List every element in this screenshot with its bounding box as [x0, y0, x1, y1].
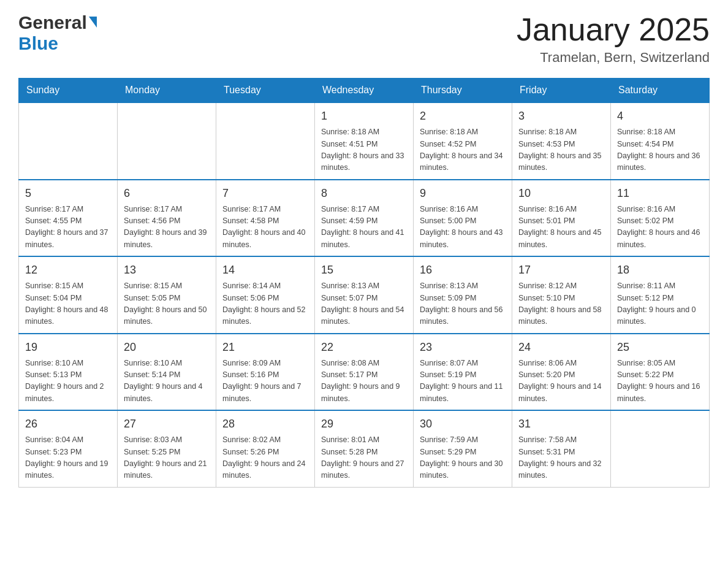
- day-number: 18: [617, 262, 703, 278]
- calendar-day-cell: 14Sunrise: 8:14 AM Sunset: 5:06 PM Dayli…: [216, 256, 315, 334]
- title-block: January 2025 Tramelan, Bern, Switzerland: [517, 12, 710, 66]
- day-number: 7: [222, 185, 308, 202]
- day-info: Sunrise: 8:13 AM Sunset: 5:09 PM Dayligh…: [420, 280, 506, 328]
- calendar-day-cell: 4Sunrise: 8:18 AM Sunset: 4:54 PM Daylig…: [611, 102, 710, 180]
- day-info: Sunrise: 7:59 AM Sunset: 5:29 PM Dayligh…: [420, 434, 506, 482]
- calendar-header-row: SundayMondayTuesdayWednesdayThursdayFrid…: [19, 79, 710, 103]
- day-info: Sunrise: 8:18 AM Sunset: 4:51 PM Dayligh…: [321, 126, 407, 174]
- day-info: Sunrise: 8:10 AM Sunset: 5:14 PM Dayligh…: [124, 358, 210, 405]
- calendar-day-cell: 13Sunrise: 8:15 AM Sunset: 5:05 PM Dayli…: [118, 256, 216, 334]
- calendar-day-cell: 7Sunrise: 8:17 AM Sunset: 4:58 PM Daylig…: [216, 180, 315, 257]
- calendar-day-header: Wednesday: [315, 79, 414, 103]
- day-number: 26: [25, 416, 111, 432]
- day-number: 22: [321, 339, 407, 356]
- day-info: Sunrise: 7:58 AM Sunset: 5:31 PM Dayligh…: [518, 434, 604, 482]
- calendar-day-cell: 1Sunrise: 8:18 AM Sunset: 4:51 PM Daylig…: [315, 102, 414, 180]
- day-info: Sunrise: 8:04 AM Sunset: 5:23 PM Dayligh…: [25, 434, 111, 482]
- day-number: 12: [25, 262, 111, 278]
- calendar-week-row: 12Sunrise: 8:15 AM Sunset: 5:04 PM Dayli…: [19, 256, 710, 334]
- calendar-week-row: 19Sunrise: 8:10 AM Sunset: 5:13 PM Dayli…: [19, 334, 710, 411]
- calendar-day-cell: 17Sunrise: 8:12 AM Sunset: 5:10 PM Dayli…: [512, 256, 611, 334]
- calendar-day-cell: 29Sunrise: 8:01 AM Sunset: 5:28 PM Dayli…: [315, 410, 414, 487]
- calendar-day-header: Thursday: [414, 79, 512, 103]
- day-info: Sunrise: 8:13 AM Sunset: 5:07 PM Dayligh…: [321, 280, 407, 328]
- day-number: 20: [124, 339, 210, 356]
- day-info: Sunrise: 8:17 AM Sunset: 4:59 PM Dayligh…: [321, 204, 407, 251]
- calendar-day-header: Sunday: [19, 79, 118, 103]
- calendar-day-cell: 27Sunrise: 8:03 AM Sunset: 5:25 PM Dayli…: [118, 410, 216, 487]
- day-number: 2: [420, 108, 506, 124]
- day-number: 8: [321, 185, 407, 202]
- calendar-day-header: Tuesday: [216, 79, 315, 103]
- calendar-day-cell: 21Sunrise: 8:09 AM Sunset: 5:16 PM Dayli…: [216, 334, 315, 411]
- logo: General Blue: [18, 12, 97, 54]
- calendar-day-cell: 6Sunrise: 8:17 AM Sunset: 4:56 PM Daylig…: [118, 180, 216, 257]
- calendar-day-header: Friday: [512, 79, 611, 103]
- day-info: Sunrise: 8:08 AM Sunset: 5:17 PM Dayligh…: [321, 358, 407, 405]
- day-number: 6: [124, 185, 210, 202]
- day-number: 16: [420, 262, 506, 278]
- day-number: 29: [321, 416, 407, 432]
- day-info: Sunrise: 8:16 AM Sunset: 5:00 PM Dayligh…: [420, 204, 506, 251]
- calendar-day-cell: [19, 102, 118, 180]
- calendar-day-cell: 10Sunrise: 8:16 AM Sunset: 5:01 PM Dayli…: [512, 180, 611, 257]
- logo-arrow-icon: [89, 17, 97, 28]
- calendar-day-cell: [118, 102, 216, 180]
- day-number: 21: [222, 339, 308, 356]
- calendar-day-cell: 15Sunrise: 8:13 AM Sunset: 5:07 PM Dayli…: [315, 256, 414, 334]
- calendar-day-cell: 2Sunrise: 8:18 AM Sunset: 4:52 PM Daylig…: [414, 102, 512, 180]
- calendar-day-header: Saturday: [611, 79, 710, 103]
- logo-general: General: [18, 12, 87, 33]
- day-info: Sunrise: 8:07 AM Sunset: 5:19 PM Dayligh…: [420, 358, 506, 405]
- day-info: Sunrise: 8:12 AM Sunset: 5:10 PM Dayligh…: [518, 280, 604, 328]
- calendar-day-cell: 23Sunrise: 8:07 AM Sunset: 5:19 PM Dayli…: [414, 334, 512, 411]
- calendar-day-cell: 26Sunrise: 8:04 AM Sunset: 5:23 PM Dayli…: [19, 410, 118, 487]
- day-number: 11: [617, 185, 703, 202]
- day-number: 30: [420, 416, 506, 432]
- calendar-day-cell: 9Sunrise: 8:16 AM Sunset: 5:00 PM Daylig…: [414, 180, 512, 257]
- calendar-day-cell: 25Sunrise: 8:05 AM Sunset: 5:22 PM Dayli…: [611, 334, 710, 411]
- calendar-day-cell: 18Sunrise: 8:11 AM Sunset: 5:12 PM Dayli…: [611, 256, 710, 334]
- calendar-day-cell: [216, 102, 315, 180]
- calendar-day-cell: 24Sunrise: 8:06 AM Sunset: 5:20 PM Dayli…: [512, 334, 611, 411]
- day-number: 13: [124, 262, 210, 278]
- day-info: Sunrise: 8:05 AM Sunset: 5:22 PM Dayligh…: [617, 358, 703, 405]
- calendar-day-cell: 12Sunrise: 8:15 AM Sunset: 5:04 PM Dayli…: [19, 256, 118, 334]
- day-number: 23: [420, 339, 506, 356]
- day-number: 27: [124, 416, 210, 432]
- calendar-week-row: 26Sunrise: 8:04 AM Sunset: 5:23 PM Dayli…: [19, 410, 710, 487]
- day-info: Sunrise: 8:15 AM Sunset: 5:04 PM Dayligh…: [25, 280, 111, 328]
- day-info: Sunrise: 8:17 AM Sunset: 4:56 PM Dayligh…: [124, 204, 210, 251]
- calendar-day-cell: 31Sunrise: 7:58 AM Sunset: 5:31 PM Dayli…: [512, 410, 611, 487]
- calendar-title: January 2025: [517, 12, 710, 47]
- calendar-day-cell: 16Sunrise: 8:13 AM Sunset: 5:09 PM Dayli…: [414, 256, 512, 334]
- calendar-day-cell: 20Sunrise: 8:10 AM Sunset: 5:14 PM Dayli…: [118, 334, 216, 411]
- day-number: 24: [518, 339, 604, 356]
- day-number: 15: [321, 262, 407, 278]
- day-number: 3: [518, 108, 604, 124]
- day-info: Sunrise: 8:15 AM Sunset: 5:05 PM Dayligh…: [124, 280, 210, 328]
- day-info: Sunrise: 8:17 AM Sunset: 4:58 PM Dayligh…: [222, 204, 308, 251]
- calendar-day-cell: 5Sunrise: 8:17 AM Sunset: 4:55 PM Daylig…: [19, 180, 118, 257]
- day-info: Sunrise: 8:02 AM Sunset: 5:26 PM Dayligh…: [222, 434, 308, 482]
- calendar-day-cell: 3Sunrise: 8:18 AM Sunset: 4:53 PM Daylig…: [512, 102, 611, 180]
- day-number: 25: [617, 339, 703, 356]
- day-info: Sunrise: 8:18 AM Sunset: 4:53 PM Dayligh…: [518, 126, 604, 174]
- day-number: 19: [25, 339, 111, 356]
- day-info: Sunrise: 8:18 AM Sunset: 4:54 PM Dayligh…: [617, 126, 703, 174]
- day-info: Sunrise: 8:06 AM Sunset: 5:20 PM Dayligh…: [518, 358, 604, 405]
- day-number: 4: [617, 108, 703, 124]
- day-number: 31: [518, 416, 604, 432]
- day-info: Sunrise: 8:09 AM Sunset: 5:16 PM Dayligh…: [222, 358, 308, 405]
- day-info: Sunrise: 8:10 AM Sunset: 5:13 PM Dayligh…: [25, 358, 111, 405]
- day-number: 5: [25, 185, 111, 202]
- day-number: 14: [222, 262, 308, 278]
- calendar-day-cell: 19Sunrise: 8:10 AM Sunset: 5:13 PM Dayli…: [19, 334, 118, 411]
- day-number: 10: [518, 185, 604, 202]
- calendar-day-cell: 11Sunrise: 8:16 AM Sunset: 5:02 PM Dayli…: [611, 180, 710, 257]
- day-info: Sunrise: 8:16 AM Sunset: 5:01 PM Dayligh…: [518, 204, 604, 251]
- day-info: Sunrise: 8:14 AM Sunset: 5:06 PM Dayligh…: [222, 280, 308, 328]
- calendar-week-row: 1Sunrise: 8:18 AM Sunset: 4:51 PM Daylig…: [19, 102, 710, 180]
- calendar-day-cell: 30Sunrise: 7:59 AM Sunset: 5:29 PM Dayli…: [414, 410, 512, 487]
- day-info: Sunrise: 8:03 AM Sunset: 5:25 PM Dayligh…: [124, 434, 210, 482]
